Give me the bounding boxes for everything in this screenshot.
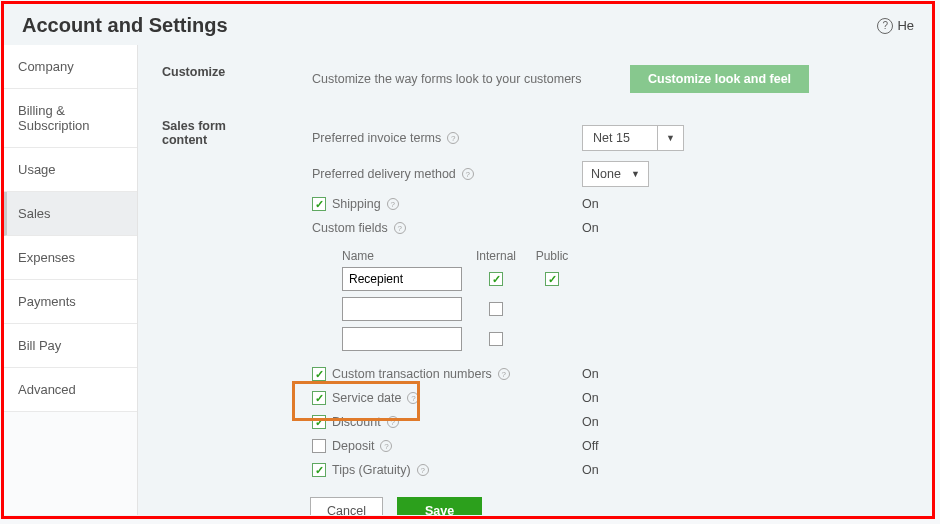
sidebar-item-advanced[interactable]: Advanced bbox=[4, 368, 137, 412]
ctn-label: Custom transaction numbers bbox=[332, 367, 492, 381]
discount-label: Discount bbox=[332, 415, 381, 429]
tips-label: Tips (Gratuity) bbox=[332, 463, 411, 477]
deposit-value: Off bbox=[582, 439, 598, 453]
info-icon[interactable]: ? bbox=[447, 132, 459, 144]
help-link[interactable]: ? He bbox=[877, 18, 914, 34]
delivery-method-value: None bbox=[591, 167, 621, 181]
cf-internal-checkbox-3[interactable] bbox=[489, 332, 503, 346]
delivery-method-select[interactable]: None ▼ bbox=[582, 161, 649, 187]
cf-row bbox=[342, 267, 902, 291]
shipping-value: On bbox=[582, 197, 599, 211]
main-panel: Customize Customize the way forms look t… bbox=[138, 45, 932, 515]
invoice-terms-select[interactable]: Net 15 ▼ bbox=[582, 125, 684, 151]
sidebar-item-usage[interactable]: Usage bbox=[4, 148, 137, 192]
info-icon[interactable]: ? bbox=[387, 416, 399, 428]
discount-value: On bbox=[582, 415, 599, 429]
cancel-button[interactable]: Cancel bbox=[310, 497, 383, 515]
deposit-checkbox[interactable] bbox=[312, 439, 326, 453]
sidebar-item-billpay[interactable]: Bill Pay bbox=[4, 324, 137, 368]
sidebar-item-sales[interactable]: Sales bbox=[4, 192, 137, 236]
custom-fields-label: Custom fields bbox=[312, 221, 388, 235]
section-salesform-label: Sales form content bbox=[162, 119, 272, 515]
info-icon[interactable]: ? bbox=[407, 392, 419, 404]
cf-internal-checkbox-2[interactable] bbox=[489, 302, 503, 316]
cf-name-input-2[interactable] bbox=[342, 297, 462, 321]
sidebar: Company Billing & Subscription Usage Sal… bbox=[4, 45, 138, 515]
tips-value: On bbox=[582, 463, 599, 477]
tips-checkbox[interactable] bbox=[312, 463, 326, 477]
cf-name-input-1[interactable] bbox=[342, 267, 462, 291]
deposit-label: Deposit bbox=[332, 439, 374, 453]
custom-fields-value: On bbox=[582, 221, 599, 235]
help-icon: ? bbox=[877, 18, 893, 34]
service-date-label: Service date bbox=[332, 391, 401, 405]
sidebar-item-expenses[interactable]: Expenses bbox=[4, 236, 137, 280]
sidebar-item-billing[interactable]: Billing & Subscription bbox=[4, 89, 137, 148]
cf-internal-checkbox-1[interactable] bbox=[489, 272, 503, 286]
chevron-down-icon[interactable]: ▼ bbox=[658, 125, 684, 151]
cf-row bbox=[342, 327, 902, 351]
ctn-checkbox[interactable] bbox=[312, 367, 326, 381]
page-title: Account and Settings bbox=[22, 14, 228, 37]
invoice-terms-value: Net 15 bbox=[593, 131, 630, 145]
shipping-checkbox[interactable] bbox=[312, 197, 326, 211]
info-icon[interactable]: ? bbox=[394, 222, 406, 234]
chevron-down-icon: ▼ bbox=[631, 169, 640, 179]
info-icon[interactable]: ? bbox=[417, 464, 429, 476]
cf-internal-header: Internal bbox=[474, 249, 518, 263]
info-icon[interactable]: ? bbox=[462, 168, 474, 180]
customize-desc: Customize the way forms look to your cus… bbox=[312, 72, 590, 86]
info-icon[interactable]: ? bbox=[387, 198, 399, 210]
info-icon[interactable]: ? bbox=[380, 440, 392, 452]
cf-name-header: Name bbox=[342, 249, 462, 263]
cf-name-input-3[interactable] bbox=[342, 327, 462, 351]
invoice-terms-label: Preferred invoice terms bbox=[312, 131, 441, 145]
sidebar-item-company[interactable]: Company bbox=[4, 45, 137, 89]
custom-fields-block: Name Internal Public bbox=[342, 249, 902, 357]
sidebar-item-payments[interactable]: Payments bbox=[4, 280, 137, 324]
service-date-checkbox[interactable] bbox=[312, 391, 326, 405]
cf-row bbox=[342, 297, 902, 321]
save-button[interactable]: Save bbox=[397, 497, 482, 515]
discount-checkbox[interactable] bbox=[312, 415, 326, 429]
customize-look-button[interactable]: Customize look and feel bbox=[630, 65, 809, 93]
info-icon[interactable]: ? bbox=[498, 368, 510, 380]
ctn-value: On bbox=[582, 367, 599, 381]
service-date-value: On bbox=[582, 391, 599, 405]
shipping-label: Shipping bbox=[332, 197, 381, 211]
cf-public-checkbox-1[interactable] bbox=[545, 272, 559, 286]
help-label: He bbox=[897, 18, 914, 33]
delivery-method-label: Preferred delivery method bbox=[312, 167, 456, 181]
cf-public-header: Public bbox=[530, 249, 574, 263]
section-customize-label: Customize bbox=[162, 65, 272, 93]
